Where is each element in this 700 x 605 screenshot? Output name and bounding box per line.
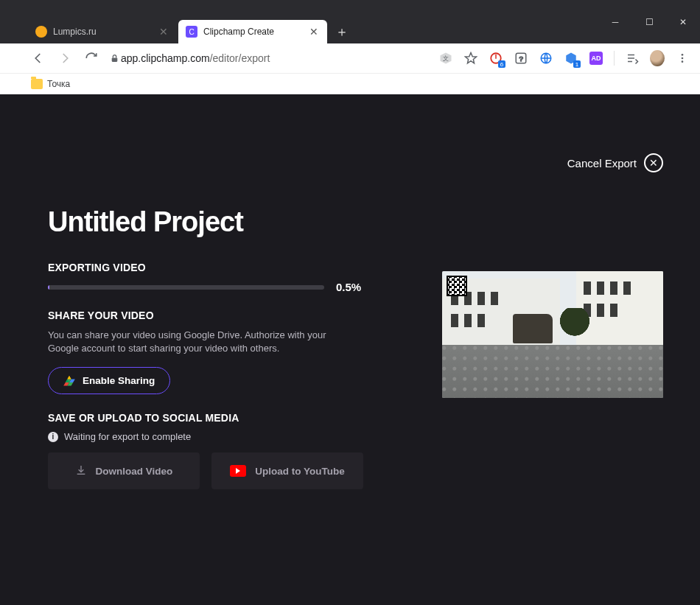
window-controls: ─ ☐ ✕: [598, 0, 700, 43]
new-tab-button[interactable]: ＋: [332, 21, 352, 42]
svg-marker-15: [67, 376, 71, 379]
browser-titlebar: Lumpics.ru ✕ C Clipchamp Create ✕ ＋ ─ ☐ …: [0, 0, 700, 43]
profile-avatar[interactable]: [650, 51, 665, 66]
reading-list-icon[interactable]: [625, 51, 640, 66]
minimize-button[interactable]: ─: [598, 8, 632, 36]
bookmarks-bar: Точка: [0, 73, 700, 94]
url-path: /editor/export: [210, 52, 270, 64]
youtube-icon: [230, 465, 246, 477]
svg-rect-0: [111, 57, 117, 61]
share-description: You can share your video using Google Dr…: [48, 329, 357, 355]
enable-sharing-button[interactable]: Enable Sharing: [48, 367, 170, 394]
google-drive-icon: [63, 376, 75, 386]
cancel-export[interactable]: Cancel Export ✕: [567, 153, 663, 172]
extension-icon-cube[interactable]: 1: [564, 51, 578, 66]
svg-point-11: [682, 54, 684, 56]
translate-icon[interactable]: 文: [438, 51, 453, 66]
download-video-label: Download Video: [96, 466, 173, 477]
download-video-button[interactable]: Download Video: [48, 452, 200, 489]
exporting-label: EXPORTING VIDEO: [48, 262, 427, 273]
progress-bar: [48, 285, 324, 290]
tab-lumpics[interactable]: Lumpics.ru ✕: [28, 20, 177, 43]
extension-icon-ad[interactable]: AD: [589, 51, 603, 66]
progress-percent: 0.5%: [336, 281, 361, 293]
address-bar: app.clipchamp.com/editor/export 文 6 ? 1 …: [0, 43, 700, 73]
waiting-row: i Waiting for export to complete: [48, 431, 427, 442]
action-buttons: Download Video Upload to YouTube: [48, 452, 427, 489]
download-icon: [75, 464, 87, 478]
close-window-button[interactable]: ✕: [666, 8, 700, 36]
waiting-text: Waiting for export to complete: [64, 431, 191, 442]
lock-icon: [108, 53, 121, 63]
back-button[interactable]: [28, 48, 49, 69]
export-panel: Untitled Project EXPORTING VIDEO 0.5% SH…: [48, 206, 427, 489]
progress-fill: [48, 285, 49, 290]
qr-overlay-icon: [447, 276, 467, 296]
url-text: app.clipchamp.com/editor/export: [121, 52, 270, 64]
video-preview: [442, 271, 663, 398]
svg-point-12: [682, 57, 684, 60]
badge: 6: [498, 60, 505, 68]
bookmark-folder[interactable]: Точка: [31, 79, 70, 89]
progress-row: 0.5%: [48, 281, 427, 293]
extension-icon-globe[interactable]: [539, 51, 553, 66]
tab-title: Clipchamp Create: [203, 27, 308, 37]
svg-text:文: 文: [443, 55, 449, 62]
save-upload-label: SAVE OR UPLOAD TO SOCIAL MEDIA: [48, 412, 427, 424]
tab-favicon-clipchamp: C: [186, 26, 197, 38]
tab-clipchamp[interactable]: C Clipchamp Create ✕: [178, 20, 327, 43]
reload-button[interactable]: [81, 48, 102, 69]
project-title: Untitled Project: [48, 206, 427, 238]
bookmark-label: Точка: [47, 79, 70, 89]
upload-youtube-button[interactable]: Upload to YouTube: [211, 452, 363, 489]
url-host: app.clipchamp.com: [121, 52, 210, 64]
tab-close-icon[interactable]: ✕: [158, 26, 169, 38]
cancel-export-label: Cancel Export: [567, 157, 637, 169]
svg-marker-2: [466, 53, 477, 63]
svg-text:?: ?: [519, 55, 523, 63]
extension-icon-1[interactable]: 6: [489, 51, 503, 66]
folder-icon: [31, 79, 43, 89]
svg-rect-4: [495, 55, 497, 59]
info-icon: i: [48, 432, 58, 442]
app-content: Cancel Export ✕ Untitled Project EXPORTI…: [0, 94, 700, 605]
enable-sharing-label: Enable Sharing: [83, 375, 155, 386]
upload-youtube-label: Upload to YouTube: [255, 466, 345, 477]
menu-dots-icon[interactable]: [675, 51, 690, 66]
maximize-button[interactable]: ☐: [632, 8, 666, 36]
toolbar-right: 文 6 ? 1 AD: [438, 51, 694, 66]
badge: 1: [573, 60, 581, 68]
bookmark-star-icon[interactable]: [463, 51, 478, 66]
close-circle-icon: ✕: [644, 153, 663, 172]
share-label: SHARE YOUR VIDEO: [48, 310, 427, 321]
extension-icon-help[interactable]: ?: [514, 51, 528, 66]
tab-favicon-lumpics: [35, 26, 47, 38]
url-field[interactable]: app.clipchamp.com/editor/export: [108, 48, 433, 69]
svg-point-13: [682, 60, 684, 63]
divider: [614, 51, 615, 66]
tab-close-icon[interactable]: ✕: [308, 26, 320, 38]
tab-title: Lumpics.ru: [53, 27, 158, 37]
forward-button[interactable]: [55, 48, 75, 69]
